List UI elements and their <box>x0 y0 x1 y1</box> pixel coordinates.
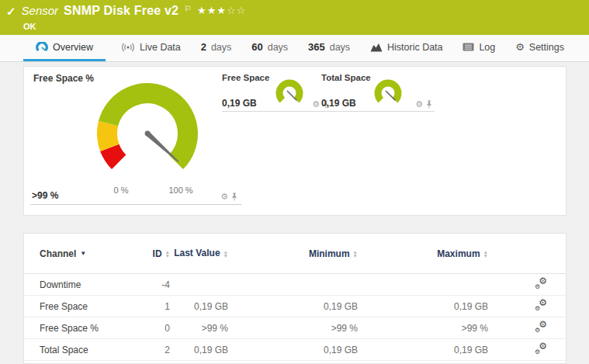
channel-id: 0 <box>148 323 170 334</box>
column-header-minimum[interactable]: Minimum ▲▼ <box>228 248 358 259</box>
tab-365-days[interactable]: 365 days <box>303 35 355 61</box>
mini-gauge-graphic <box>272 78 307 109</box>
gauge-cell-free-space-pct[interactable]: Free Space % 0 % 100 % >99 % ⚙ <box>30 71 241 205</box>
gauge-current-value: >99 % <box>32 190 58 201</box>
tab-bar: Overview Live Data 2 days 60 days 365 da… <box>0 35 589 62</box>
column-header-last-value[interactable]: Last Value ▲▼ <box>170 248 228 259</box>
table-row-total-space: Total Space 2 0,19 GB 0,19 GB 0,19 GB ⚙⚙ <box>24 339 566 361</box>
tab-365-days-number: 365 <box>308 41 325 53</box>
object-kind-label: Sensor <box>22 4 59 17</box>
stars-empty[interactable]: ☆☆ <box>227 5 246 16</box>
last-value: 0,19 GB <box>170 345 228 355</box>
tab-2-days-number: 2 <box>201 41 206 53</box>
minimum-value: >99 % <box>228 323 358 334</box>
mini-gauge-value: 0,19 GB <box>321 98 356 109</box>
maximum-value: >99 % <box>358 323 488 334</box>
channel-name[interactable]: Free Space % <box>40 323 148 334</box>
tab-2-days[interactable]: 2 days <box>196 35 237 61</box>
gauge-needle <box>386 91 396 101</box>
maximum-value: 0,19 GB <box>358 301 488 312</box>
column-header-maximum[interactable]: Maximum ▲▼ <box>358 248 488 259</box>
log-list-icon <box>463 43 474 51</box>
sorted-caret-icon: ▼ <box>80 250 86 257</box>
tab-365-days-label: days <box>330 42 350 53</box>
tab-log-label: Log <box>479 42 495 53</box>
tab-live-data[interactable]: Live Data <box>116 35 185 61</box>
tab-historic-data[interactable]: Historic Data <box>366 35 448 61</box>
main-gauge-graphic <box>85 81 210 189</box>
channel-name[interactable]: Free Space <box>40 301 148 312</box>
sort-arrows-icon[interactable]: ▲▼ <box>483 250 488 258</box>
pin-icon[interactable] <box>230 192 238 201</box>
sensor-status-badge: OK <box>23 22 36 31</box>
gauge-needle <box>287 91 297 101</box>
maximum-value: 0,19 GB <box>358 345 488 355</box>
channel-settings-gears-icon[interactable]: ⚙⚙ <box>535 278 547 289</box>
tab-settings-label: Settings <box>529 42 564 53</box>
mini-gauge-graphic <box>371 78 405 109</box>
tab-overview[interactable]: Overview <box>23 35 106 61</box>
column-header-id[interactable]: ID ▲▼ <box>148 248 170 259</box>
table-row-downtime: Downtime -4 ⚙⚙ <box>24 274 566 296</box>
channel-name[interactable]: Downtime <box>40 279 148 290</box>
tab-live-data-label: Live Data <box>140 42 181 53</box>
priority-star-rating[interactable]: ★★★☆☆ <box>197 5 246 16</box>
channel-id: -4 <box>148 279 170 290</box>
tab-historic-data-label: Historic Data <box>387 42 443 53</box>
mini-gauge-title: Total Space <box>321 73 371 82</box>
column-header-channel[interactable]: Channel ▼ <box>40 248 148 259</box>
gauge-settings-gear-icon[interactable]: ⚙ <box>415 100 423 109</box>
overview-gauges-panel: Free Space % 0 % 100 % >99 % ⚙ Free Spac… <box>23 66 566 216</box>
stars-filled[interactable]: ★★★ <box>197 5 227 16</box>
area-chart-icon <box>370 43 383 52</box>
tab-60-days-number: 60 <box>251 41 262 53</box>
gauge-settings-gear-icon[interactable]: ⚙ <box>312 100 320 109</box>
gauge-settings-gear-icon[interactable]: ⚙ <box>220 192 228 201</box>
sensor-title: SNMP Disk Free v2 <box>64 4 178 18</box>
flag-icon[interactable]: ⚐ <box>184 4 192 14</box>
last-value: 0,19 GB <box>170 301 228 312</box>
channel-id: 1 <box>148 301 170 312</box>
gauge-scale-min: 0 % <box>102 185 140 195</box>
tab-log[interactable]: Log <box>458 35 500 61</box>
gauge-needle <box>146 132 179 163</box>
channel-settings-gears-icon[interactable]: ⚙⚙ <box>535 321 547 332</box>
mini-gauge-value: 0,19 GB <box>222 98 257 109</box>
table-row-free-space: Free Space 1 0,19 GB 0,19 GB 0,19 GB ⚙⚙ <box>24 296 566 317</box>
gauge-icon <box>36 42 48 53</box>
table-row-free-space-pct: Free Space % 0 >99 % >99 % >99 % ⚙⚙ <box>24 317 566 339</box>
minimum-value: 0,19 GB <box>228 301 358 312</box>
gear-icon: ⚙ <box>515 42 525 52</box>
pin-icon[interactable] <box>425 100 433 109</box>
channels-table-header: Channel ▼ ID ▲▼ Last Value ▲▼ Minimum ▲▼… <box>24 234 566 274</box>
tab-2-days-label: days <box>211 42 231 53</box>
gauge-cell-free-space[interactable]: Free Space 0,19 GB ⚙ <box>222 71 331 112</box>
gauge-cell-total-space[interactable]: Total Space 0,19 GB ⚙ <box>321 71 435 112</box>
tab-60-days-label: days <box>268 42 288 53</box>
channels-table-panel: Channel ▼ ID ▲▼ Last Value ▲▼ Minimum ▲▼… <box>23 233 566 364</box>
minimum-value: 0,19 GB <box>228 345 358 355</box>
channel-name[interactable]: Total Space <box>40 345 148 355</box>
status-ok-check-icon: ✓ <box>6 5 16 19</box>
sensor-status-header: ✓ Sensor SNMP Disk Free v2 ⚐ ★★★☆☆ OK <box>0 0 589 35</box>
broadcast-icon <box>121 43 135 52</box>
mini-gauge-title: Free Space <box>222 73 269 82</box>
channel-settings-gears-icon[interactable]: ⚙⚙ <box>535 300 547 310</box>
tab-settings[interactable]: ⚙ Settings <box>511 35 569 61</box>
tab-overview-label: Overview <box>53 42 93 53</box>
channel-settings-gears-icon[interactable]: ⚙⚙ <box>535 343 547 354</box>
tab-60-days[interactable]: 60 days <box>247 35 293 61</box>
channel-id: 2 <box>148 345 170 355</box>
last-value: >99 % <box>170 323 228 334</box>
gauge-scale-max: 100 % <box>161 185 200 195</box>
